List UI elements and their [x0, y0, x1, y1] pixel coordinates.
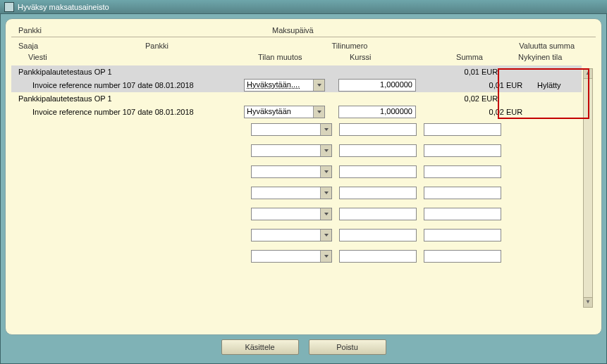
payee-currency: EUR — [479, 94, 504, 103]
empty-row — [11, 161, 582, 182]
poistu-button[interactable]: Poistu — [309, 339, 386, 355]
button-bar: Käsittele Poistu — [5, 335, 602, 355]
label-maksupaiva: Maksupäivä — [272, 26, 427, 32]
kurssi-input[interactable] — [339, 250, 417, 263]
payee-amount: 0,02 — [423, 94, 479, 103]
empty-row — [11, 182, 582, 203]
invoice-message: Invoice reference number 107 date 08.01.… — [18, 108, 244, 116]
payee-group-header[interactable]: Pankkipalautetestaus OP 1 0,01 EUR — [11, 65, 582, 78]
outer-frame: Pankki Maksupäivä Saaja Pankki Tilinumer… — [0, 14, 607, 364]
tilan-muutos-dropdown[interactable] — [251, 208, 332, 220]
title-bar: Hyväksy maksatusaineisto — [0, 0, 607, 14]
vertical-scrollbar[interactable]: ▲ ▼ — [583, 68, 593, 308]
kurssi-input[interactable] — [339, 208, 417, 220]
main-panel: Pankki Maksupäivä Saaja Pankki Tilinumer… — [5, 18, 602, 335]
header-summa: Summa — [434, 53, 511, 61]
scroll-down-icon[interactable]: ▼ — [584, 297, 592, 307]
payee-group-header[interactable]: Pankkipalautetestaus OP 1 0,02 EUR — [11, 92, 582, 105]
kurssi-input[interactable] — [339, 144, 417, 157]
chevron-down-icon[interactable] — [320, 145, 331, 156]
summa-input[interactable] — [424, 208, 501, 220]
tilan-muutos-dropdown[interactable]: Hyväksytään — [244, 106, 325, 118]
top-filter-row: Pankki Maksupäivä — [11, 26, 596, 37]
tilan-muutos-dropdown[interactable] — [251, 229, 332, 241]
tilan-muutos-dropdown[interactable] — [251, 165, 332, 178]
label-pankki: Pankki — [18, 26, 145, 32]
spacer — [427, 26, 589, 32]
payee-title: Pankkipalautetestaus OP 1 — [18, 94, 423, 103]
kurssi-input[interactable] — [339, 123, 417, 136]
chevron-down-icon[interactable] — [320, 124, 331, 135]
tilan-muutos-dropdown[interactable] — [251, 187, 332, 199]
row-summa: 0,01 — [423, 81, 504, 89]
summa-input[interactable] — [424, 229, 501, 241]
kurssi-input[interactable]: 1,000000 — [338, 106, 416, 118]
empty-row — [11, 203, 582, 225]
chevron-down-icon[interactable] — [313, 80, 324, 91]
dropdown-value: Hyväksytään — [245, 106, 313, 118]
column-headers-1: Saaja Pankki Tilinumero Valuutta summa — [11, 37, 596, 51]
summa-input[interactable] — [424, 165, 501, 178]
chevron-down-icon[interactable] — [313, 106, 324, 118]
kurssi-input[interactable] — [339, 187, 417, 199]
header-saaja: Saaja — [18, 42, 145, 51]
row-currency: EUR — [504, 81, 529, 89]
payment-row[interactable]: Invoice reference number 107 date 08.01.… — [11, 105, 582, 119]
header-valuutta-summa: Valuutta summa — [427, 42, 589, 51]
summa-input[interactable] — [424, 123, 501, 136]
chevron-down-icon[interactable] — [320, 251, 331, 262]
payee-title: Pankkipalautetestaus OP 1 — [18, 68, 423, 76]
summa-input[interactable] — [424, 144, 501, 157]
empty-row — [11, 225, 582, 246]
payee-amount: 0,01 — [423, 68, 479, 76]
chevron-down-icon[interactable] — [320, 187, 331, 199]
nykyinen-tila-value: Hylätty — [529, 81, 575, 89]
empty-row — [11, 140, 582, 161]
header-pankki: Pankki — [145, 42, 272, 51]
system-icon — [4, 2, 14, 12]
header-kurssi: Kurssi — [350, 53, 434, 61]
chevron-down-icon[interactable] — [320, 166, 331, 177]
data-area: Pankkipalautetestaus OP 1 0,01 EUR Invoi… — [11, 65, 596, 312]
payee-currency: EUR — [479, 68, 504, 76]
tilan-muutos-dropdown[interactable] — [251, 144, 332, 157]
kurssi-input[interactable] — [339, 229, 417, 241]
empty-row — [11, 119, 582, 140]
column-headers-2: Viesti Tilan muutos Kurssi Summa Nykyine… — [11, 51, 596, 65]
header-tilinumero: Tilinumero — [272, 42, 427, 51]
kurssi-input[interactable] — [339, 165, 417, 178]
window-title: Hyväksy maksatusaineisto — [18, 3, 109, 11]
empty-row — [11, 246, 582, 267]
invoice-message: Invoice reference number 107 date 08.01.… — [18, 81, 244, 89]
tilan-muutos-dropdown[interactable] — [251, 123, 332, 136]
dropdown-value: Hyväksytään.... — [245, 80, 313, 91]
header-tilan-muutos: Tilan muutos — [258, 53, 350, 61]
summa-input[interactable] — [424, 187, 501, 199]
kurssi-input[interactable]: 1,000000 — [338, 79, 416, 92]
chevron-down-icon[interactable] — [320, 230, 331, 241]
header-nykyinen-tila: Nykyinen tila — [511, 53, 589, 61]
scroll-up-icon[interactable]: ▲ — [584, 69, 592, 79]
row-summa: 0,02 — [423, 108, 504, 116]
tilan-muutos-dropdown[interactable]: Hyväksytään.... — [244, 79, 325, 92]
chevron-down-icon[interactable] — [320, 208, 331, 220]
spacer — [145, 26, 272, 32]
summa-input[interactable] — [424, 250, 501, 263]
tilan-muutos-dropdown[interactable] — [251, 250, 332, 263]
payment-row[interactable]: Invoice reference number 107 date 08.01.… — [11, 78, 582, 92]
row-currency: EUR — [504, 108, 529, 116]
header-viesti: Viesti — [18, 53, 237, 61]
kasittele-button[interactable]: Käsittele — [221, 339, 299, 355]
